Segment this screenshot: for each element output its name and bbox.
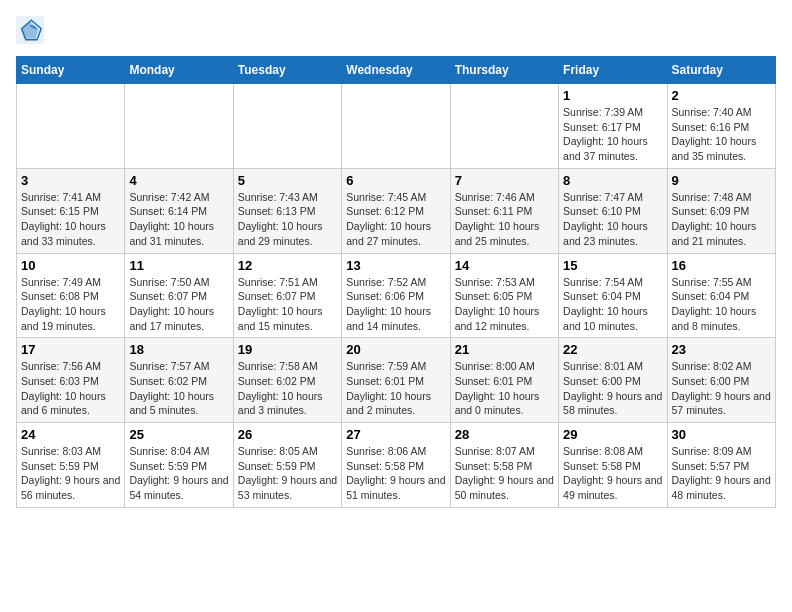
day-info: Sunrise: 7:47 AMSunset: 6:10 PMDaylight:… [563, 190, 662, 249]
day-cell: 27Sunrise: 8:06 AMSunset: 5:58 PMDayligh… [342, 423, 450, 508]
page-header [16, 16, 776, 44]
day-number: 18 [129, 342, 228, 357]
day-info: Sunrise: 8:07 AMSunset: 5:58 PMDaylight:… [455, 444, 554, 503]
day-number: 21 [455, 342, 554, 357]
day-number: 5 [238, 173, 337, 188]
day-info: Sunrise: 8:02 AMSunset: 6:00 PMDaylight:… [672, 359, 771, 418]
day-info: Sunrise: 7:49 AMSunset: 6:08 PMDaylight:… [21, 275, 120, 334]
day-info: Sunrise: 8:08 AMSunset: 5:58 PMDaylight:… [563, 444, 662, 503]
day-number: 20 [346, 342, 445, 357]
day-cell: 20Sunrise: 7:59 AMSunset: 6:01 PMDayligh… [342, 338, 450, 423]
day-info: Sunrise: 7:54 AMSunset: 6:04 PMDaylight:… [563, 275, 662, 334]
day-info: Sunrise: 8:04 AMSunset: 5:59 PMDaylight:… [129, 444, 228, 503]
day-cell: 2Sunrise: 7:40 AMSunset: 6:16 PMDaylight… [667, 84, 775, 169]
day-cell: 12Sunrise: 7:51 AMSunset: 6:07 PMDayligh… [233, 253, 341, 338]
day-number: 26 [238, 427, 337, 442]
day-cell: 6Sunrise: 7:45 AMSunset: 6:12 PMDaylight… [342, 168, 450, 253]
week-row-5: 24Sunrise: 8:03 AMSunset: 5:59 PMDayligh… [17, 423, 776, 508]
day-number: 14 [455, 258, 554, 273]
day-number: 15 [563, 258, 662, 273]
day-number: 13 [346, 258, 445, 273]
day-number: 28 [455, 427, 554, 442]
day-number: 11 [129, 258, 228, 273]
day-info: Sunrise: 7:52 AMSunset: 6:06 PMDaylight:… [346, 275, 445, 334]
day-number: 17 [21, 342, 120, 357]
day-number: 12 [238, 258, 337, 273]
day-cell [125, 84, 233, 169]
week-row-1: 1Sunrise: 7:39 AMSunset: 6:17 PMDaylight… [17, 84, 776, 169]
day-info: Sunrise: 7:59 AMSunset: 6:01 PMDaylight:… [346, 359, 445, 418]
day-number: 1 [563, 88, 662, 103]
day-info: Sunrise: 7:53 AMSunset: 6:05 PMDaylight:… [455, 275, 554, 334]
day-cell: 10Sunrise: 7:49 AMSunset: 6:08 PMDayligh… [17, 253, 125, 338]
day-cell: 17Sunrise: 7:56 AMSunset: 6:03 PMDayligh… [17, 338, 125, 423]
day-info: Sunrise: 8:00 AMSunset: 6:01 PMDaylight:… [455, 359, 554, 418]
day-info: Sunrise: 7:42 AMSunset: 6:14 PMDaylight:… [129, 190, 228, 249]
day-cell: 19Sunrise: 7:58 AMSunset: 6:02 PMDayligh… [233, 338, 341, 423]
day-info: Sunrise: 7:45 AMSunset: 6:12 PMDaylight:… [346, 190, 445, 249]
week-row-3: 10Sunrise: 7:49 AMSunset: 6:08 PMDayligh… [17, 253, 776, 338]
day-number: 25 [129, 427, 228, 442]
day-cell: 21Sunrise: 8:00 AMSunset: 6:01 PMDayligh… [450, 338, 558, 423]
day-cell [17, 84, 125, 169]
day-cell: 26Sunrise: 8:05 AMSunset: 5:59 PMDayligh… [233, 423, 341, 508]
day-info: Sunrise: 7:55 AMSunset: 6:04 PMDaylight:… [672, 275, 771, 334]
day-number: 6 [346, 173, 445, 188]
day-number: 23 [672, 342, 771, 357]
day-number: 8 [563, 173, 662, 188]
day-cell: 11Sunrise: 7:50 AMSunset: 6:07 PMDayligh… [125, 253, 233, 338]
day-cell: 30Sunrise: 8:09 AMSunset: 5:57 PMDayligh… [667, 423, 775, 508]
day-info: Sunrise: 7:43 AMSunset: 6:13 PMDaylight:… [238, 190, 337, 249]
day-info: Sunrise: 8:01 AMSunset: 6:00 PMDaylight:… [563, 359, 662, 418]
day-cell: 18Sunrise: 7:57 AMSunset: 6:02 PMDayligh… [125, 338, 233, 423]
col-header-saturday: Saturday [667, 57, 775, 84]
day-cell: 25Sunrise: 8:04 AMSunset: 5:59 PMDayligh… [125, 423, 233, 508]
week-row-4: 17Sunrise: 7:56 AMSunset: 6:03 PMDayligh… [17, 338, 776, 423]
day-cell: 24Sunrise: 8:03 AMSunset: 5:59 PMDayligh… [17, 423, 125, 508]
day-cell: 14Sunrise: 7:53 AMSunset: 6:05 PMDayligh… [450, 253, 558, 338]
day-info: Sunrise: 7:48 AMSunset: 6:09 PMDaylight:… [672, 190, 771, 249]
day-number: 27 [346, 427, 445, 442]
col-header-friday: Friday [559, 57, 667, 84]
day-cell [342, 84, 450, 169]
day-number: 7 [455, 173, 554, 188]
day-info: Sunrise: 7:41 AMSunset: 6:15 PMDaylight:… [21, 190, 120, 249]
day-cell: 9Sunrise: 7:48 AMSunset: 6:09 PMDaylight… [667, 168, 775, 253]
day-number: 19 [238, 342, 337, 357]
day-cell: 4Sunrise: 7:42 AMSunset: 6:14 PMDaylight… [125, 168, 233, 253]
day-info: Sunrise: 7:51 AMSunset: 6:07 PMDaylight:… [238, 275, 337, 334]
day-info: Sunrise: 7:46 AMSunset: 6:11 PMDaylight:… [455, 190, 554, 249]
day-info: Sunrise: 7:40 AMSunset: 6:16 PMDaylight:… [672, 105, 771, 164]
logo [16, 16, 48, 44]
day-cell: 1Sunrise: 7:39 AMSunset: 6:17 PMDaylight… [559, 84, 667, 169]
logo-icon [16, 16, 44, 44]
day-info: Sunrise: 7:56 AMSunset: 6:03 PMDaylight:… [21, 359, 120, 418]
day-cell: 7Sunrise: 7:46 AMSunset: 6:11 PMDaylight… [450, 168, 558, 253]
day-info: Sunrise: 8:09 AMSunset: 5:57 PMDaylight:… [672, 444, 771, 503]
day-info: Sunrise: 7:58 AMSunset: 6:02 PMDaylight:… [238, 359, 337, 418]
day-cell [233, 84, 341, 169]
day-info: Sunrise: 7:57 AMSunset: 6:02 PMDaylight:… [129, 359, 228, 418]
day-cell: 29Sunrise: 8:08 AMSunset: 5:58 PMDayligh… [559, 423, 667, 508]
week-row-2: 3Sunrise: 7:41 AMSunset: 6:15 PMDaylight… [17, 168, 776, 253]
day-number: 22 [563, 342, 662, 357]
day-info: Sunrise: 8:05 AMSunset: 5:59 PMDaylight:… [238, 444, 337, 503]
day-number: 30 [672, 427, 771, 442]
day-cell [450, 84, 558, 169]
day-number: 2 [672, 88, 771, 103]
calendar-header-row: SundayMondayTuesdayWednesdayThursdayFrid… [17, 57, 776, 84]
day-info: Sunrise: 8:06 AMSunset: 5:58 PMDaylight:… [346, 444, 445, 503]
day-info: Sunrise: 7:50 AMSunset: 6:07 PMDaylight:… [129, 275, 228, 334]
day-number: 16 [672, 258, 771, 273]
day-cell: 3Sunrise: 7:41 AMSunset: 6:15 PMDaylight… [17, 168, 125, 253]
day-cell: 23Sunrise: 8:02 AMSunset: 6:00 PMDayligh… [667, 338, 775, 423]
col-header-wednesday: Wednesday [342, 57, 450, 84]
col-header-tuesday: Tuesday [233, 57, 341, 84]
day-number: 10 [21, 258, 120, 273]
day-number: 4 [129, 173, 228, 188]
day-cell: 28Sunrise: 8:07 AMSunset: 5:58 PMDayligh… [450, 423, 558, 508]
day-cell: 22Sunrise: 8:01 AMSunset: 6:00 PMDayligh… [559, 338, 667, 423]
day-number: 9 [672, 173, 771, 188]
day-number: 29 [563, 427, 662, 442]
day-cell: 8Sunrise: 7:47 AMSunset: 6:10 PMDaylight… [559, 168, 667, 253]
